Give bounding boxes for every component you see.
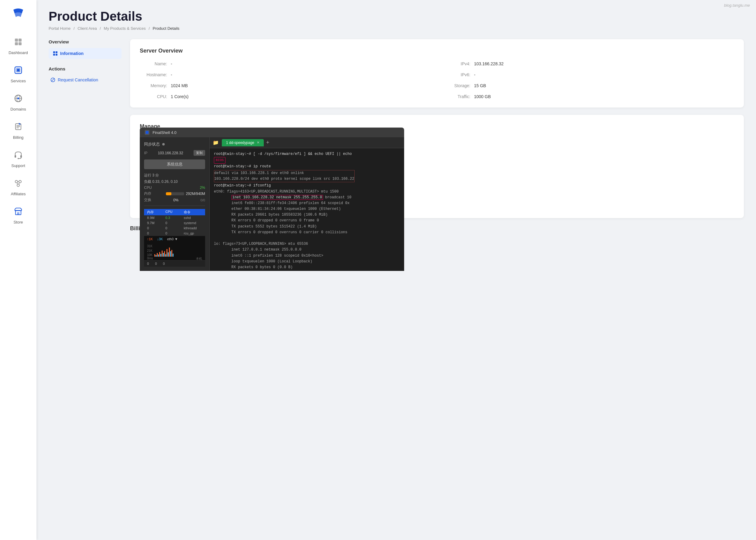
ip-value: 103.166.228.32 — [158, 151, 183, 155]
ipv6-value: - — [474, 72, 476, 77]
hostname-row: Hostname: - — [140, 72, 431, 77]
col-cpu-header: CPU — [165, 210, 184, 214]
tab-add-icon[interactable]: + — [266, 139, 269, 146]
svg-point-15 — [19, 181, 21, 183]
breadcrumb-products[interactable]: My Products & Services — [104, 26, 146, 31]
memory-label: Memory: — [140, 83, 167, 88]
svg-rect-0 — [15, 39, 18, 42]
svg-rect-22 — [53, 51, 55, 53]
svg-point-14 — [15, 181, 18, 183]
term-line-17: loop txqueuelen 1000 (Local Loopback) — [214, 259, 400, 265]
sidebar-item-services[interactable]: Services — [0, 59, 37, 87]
col-mem-header: 内存 — [147, 210, 165, 214]
proc-cpu-0: 0.3 — [165, 216, 184, 219]
logo[interactable] — [11, 6, 26, 22]
terminal-area: 📁 1 dd-speedypage ✕ + root@twin-stay:~# … — [210, 137, 404, 271]
term-line-2: root@twin-stay:~# ip route — [214, 164, 400, 170]
domains-icon — [12, 92, 25, 105]
proc-cmd-2: kthreadd — [184, 226, 202, 230]
svg-rect-3 — [19, 42, 22, 45]
net-download: ↓3K — [157, 237, 163, 241]
ip-label: IP — [144, 151, 147, 155]
sidebar-label-affiliates: Affiliates — [11, 192, 26, 196]
dashboard-icon — [12, 35, 25, 49]
ipv6-label: IPv6: — [443, 72, 470, 77]
term-line-15: inet 127.0.0.1 netmask 255.0.0.0 — [214, 247, 400, 253]
sync-row: 同步状态 — [144, 142, 205, 147]
proc-cpu-3: 0 — [165, 231, 184, 235]
svg-point-13 — [18, 158, 19, 159]
sidebar-label-billing: Billing — [13, 135, 24, 140]
terminal-tab[interactable]: 1 dd-speedypage ✕ — [222, 139, 264, 146]
finalshell-window[interactable]: FinalShell 4.0 同步状态 IP 103.166.228.32 复制… — [140, 128, 404, 271]
breadcrumb: Portal Home / Client Area / My Products … — [49, 26, 744, 31]
breadcrumb-client[interactable]: Client Area — [77, 26, 97, 31]
svg-rect-23 — [56, 51, 58, 53]
sidebar-item-domains[interactable]: Domains — [0, 87, 37, 116]
request-cancellation-link[interactable]: Request Cancellation — [49, 75, 121, 85]
proc-cmd-3: rcu_gp — [184, 231, 202, 235]
traffic-row: Traffic: 1000 GB — [443, 94, 734, 99]
svg-point-16 — [17, 184, 19, 187]
term-line-4: 103.166.228.0/24 dev eth0 proto kernel s… — [214, 176, 354, 182]
term-line-8: inet6 fe80::238:81ff:fe34:2406 prefixlen… — [214, 201, 400, 206]
term-line-5: root@twin-stay:~# ifconfig — [214, 183, 400, 189]
svg-rect-6 — [17, 69, 19, 71]
swap-stat-label: 交换 — [144, 198, 151, 202]
term-line-14: lo: flags=73<UP,LOOPBACK,RUNNING> mtu 65… — [214, 241, 400, 247]
cpu-stat-label: CPU — [144, 186, 152, 190]
sidebar-item-support[interactable]: Support — [0, 144, 37, 172]
sidebar-label-dashboard: Dashboard — [9, 51, 28, 55]
divider — [144, 205, 205, 206]
watermark: blog.tanglu.me — [724, 3, 750, 8]
svg-rect-25 — [56, 54, 58, 56]
svg-rect-11 — [15, 155, 16, 158]
sidebar-item-billing[interactable]: Billing — [0, 116, 37, 144]
sysinfo-button[interactable]: 系统信息 — [144, 160, 205, 169]
term-line-6: eth0: flags=4163<UP,BROADCAST,RUNNING,MU… — [214, 189, 400, 195]
tab-close-icon[interactable]: ✕ — [257, 141, 259, 145]
ipv4-row: IPv4: 103.166.228.32 — [443, 62, 734, 66]
page-title: Product Details — [49, 9, 744, 24]
term-line-blank — [214, 235, 400, 241]
term-line-0: root@twin-stay:~# [ -d /sys/firmware/efi… — [214, 151, 400, 157]
storage-value: 15 GB — [474, 83, 486, 88]
breadcrumb-portal[interactable]: Portal Home — [49, 26, 71, 31]
terminal-output: root@twin-stay:~# [ -d /sys/firmware/efi… — [210, 148, 404, 271]
ip-highlight: inet 103.166.228.32 netmask 255.255.255.… — [231, 195, 323, 200]
memory-value: 1024 MB — [171, 83, 188, 88]
svg-rect-28 — [146, 131, 149, 134]
term-line-11: RX errors 0 dropped 0 overruns 0 frame 0 — [214, 218, 400, 223]
term-line-12: TX packets 5552 bytes 1515422 (1.4 MiB) — [214, 224, 400, 230]
ipv6-row: IPv6: - — [443, 72, 734, 77]
cpu-value: 1 Core(s) — [171, 94, 188, 99]
sidebar-item-affiliates[interactable]: Affiliates — [0, 172, 37, 201]
swap-detail: 0/0 — [201, 198, 205, 202]
actions-section-title: Actions — [49, 66, 121, 71]
load-value: 负载 0.33, 0.26, 0.10 — [144, 179, 178, 184]
memory-row: Memory: 1024 MB — [140, 83, 431, 88]
sidebar-item-dashboard[interactable]: Dashboard — [0, 31, 37, 59]
proc-cmd-0: sshd — [184, 216, 202, 219]
bios-badge: BIOS — [214, 157, 226, 164]
folder-icon[interactable]: 📁 — [213, 140, 219, 146]
svg-rect-21 — [17, 212, 19, 215]
traffic-value: 1000 GB — [474, 94, 491, 99]
name-value: - — [171, 62, 172, 66]
sidebar-item-store[interactable]: Store — [0, 201, 37, 229]
copy-ip-button[interactable]: 复制 — [194, 150, 205, 156]
overview-section-title: Overview — [49, 39, 121, 44]
sidebar-label-store: Store — [13, 220, 23, 224]
nav-information[interactable]: Information — [49, 48, 121, 59]
hostname-value: - — [171, 72, 172, 77]
mem-progress-bar — [166, 192, 184, 195]
information-icon — [53, 51, 58, 56]
cpu-stat-row: CPU 2% — [144, 186, 205, 190]
sync-status-dot — [162, 143, 165, 146]
load-row: 负载 0.33, 0.26, 0.10 — [144, 179, 205, 184]
mem-stat-value: 292M/940M — [186, 192, 205, 196]
server-overview-card: Server Overview Name: - IPv4: 103.166.22… — [130, 39, 744, 107]
mem-progress-fill — [166, 192, 172, 195]
sync-label: 同步状态 — [144, 142, 160, 147]
ipv4-label: IPv4: — [443, 62, 470, 66]
